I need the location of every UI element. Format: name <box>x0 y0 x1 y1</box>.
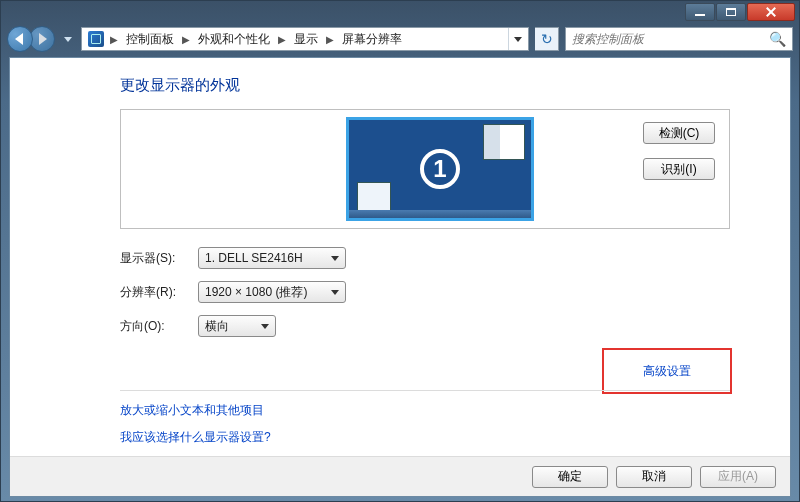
search-icon: 🔍 <box>769 31 786 47</box>
orientation-row: 方向(O): 横向 <box>120 315 730 337</box>
separator <box>120 390 730 391</box>
display-label: 显示器(S): <box>120 250 198 267</box>
breadcrumb-item-display[interactable]: 显示 <box>288 28 324 50</box>
page-inner: 更改显示器的外观 1 检测(C) 识别(I) 显示器(S): 1. DE <box>10 58 790 496</box>
monitor-preview[interactable]: 1 <box>346 117 534 221</box>
page-title: 更改显示器的外观 <box>120 76 730 95</box>
resolution-label: 分辨率(R): <box>120 284 198 301</box>
settings-form: 显示器(S): 1. DELL SE2416H 分辨率(R): 1920 × 1… <box>120 247 730 337</box>
dialog-footer: 确定 取消 应用(A) <box>10 456 790 496</box>
advanced-settings-link[interactable]: 高级设置 <box>643 363 691 380</box>
which-display-link[interactable]: 我应该选择什么显示器设置? <box>120 429 271 446</box>
minimize-icon <box>695 14 705 16</box>
chevron-down-icon <box>261 324 269 329</box>
text-size-link[interactable]: 放大或缩小文本和其他项目 <box>120 402 271 419</box>
resolution-row: 分辨率(R): 1920 × 1080 (推荐) <box>120 281 730 303</box>
display-dropdown[interactable]: 1. DELL SE2416H <box>198 247 346 269</box>
monitor-arrangement-box: 1 检测(C) 识别(I) <box>120 109 730 229</box>
cancel-button[interactable]: 取消 <box>616 466 692 488</box>
breadcrumb-sep-icon: ▶ <box>276 34 288 45</box>
window-frame: ▶ 控制面板 ▶ 外观和个性化 ▶ 显示 ▶ 屏幕分辨率 ↻ 🔍 更改显示器的外… <box>0 0 800 502</box>
bottom-links: 放大或缩小文本和其他项目 我应该选择什么显示器设置? <box>120 402 271 446</box>
minimize-button[interactable] <box>685 3 715 21</box>
orientation-label: 方向(O): <box>120 318 198 335</box>
address-bar-row: ▶ 控制面板 ▶ 外观和个性化 ▶ 显示 ▶ 屏幕分辨率 ↻ 🔍 <box>1 23 799 55</box>
display-value: 1. DELL SE2416H <box>205 251 303 265</box>
breadcrumb-item-control-panel[interactable]: 控制面板 <box>120 28 180 50</box>
chevron-down-icon <box>514 37 522 42</box>
breadcrumb-dropdown[interactable] <box>508 28 526 50</box>
breadcrumb-item-appearance[interactable]: 外观和个性化 <box>192 28 276 50</box>
resolution-dropdown[interactable]: 1920 × 1080 (推荐) <box>198 281 346 303</box>
maximize-button[interactable] <box>716 3 746 21</box>
refresh-button[interactable]: ↻ <box>535 27 559 51</box>
arrow-right-icon <box>39 33 47 45</box>
orientation-dropdown[interactable]: 横向 <box>198 315 276 337</box>
arrow-left-icon <box>15 33 23 45</box>
breadcrumb-item-resolution[interactable]: 屏幕分辨率 <box>336 28 408 50</box>
close-icon <box>765 6 777 18</box>
back-button[interactable] <box>7 26 33 52</box>
maximize-icon <box>726 8 736 16</box>
chevron-down-icon <box>64 37 72 42</box>
history-dropdown[interactable] <box>61 26 75 52</box>
monitor-side-buttons: 检测(C) 识别(I) <box>643 122 715 180</box>
orientation-value: 横向 <box>205 318 229 335</box>
monitor-number-badge: 1 <box>420 149 460 189</box>
breadcrumb[interactable]: ▶ 控制面板 ▶ 外观和个性化 ▶ 显示 ▶ 屏幕分辨率 <box>81 27 529 51</box>
apply-button[interactable]: 应用(A) <box>700 466 776 488</box>
chevron-down-icon <box>331 256 339 261</box>
refresh-icon: ↻ <box>541 31 553 47</box>
identify-button[interactable]: 识别(I) <box>643 158 715 180</box>
breadcrumb-sep-icon: ▶ <box>324 34 336 45</box>
nav-arrows <box>7 26 55 52</box>
preview-window-icon <box>357 182 391 212</box>
breadcrumb-sep-icon: ▶ <box>108 34 120 45</box>
display-row: 显示器(S): 1. DELL SE2416H <box>120 247 730 269</box>
control-panel-icon <box>88 31 104 47</box>
advanced-settings-highlight: 高级设置 <box>602 348 732 394</box>
preview-taskbar-icon <box>349 210 531 218</box>
detect-button[interactable]: 检测(C) <box>643 122 715 144</box>
search-input[interactable] <box>572 32 763 46</box>
chevron-down-icon <box>331 290 339 295</box>
search-box[interactable]: 🔍 <box>565 27 793 51</box>
close-button[interactable] <box>747 3 795 21</box>
content-pane: 更改显示器的外观 1 检测(C) 识别(I) 显示器(S): 1. DE <box>9 57 791 497</box>
titlebar <box>1 1 799 23</box>
breadcrumb-sep-icon: ▶ <box>180 34 192 45</box>
resolution-value: 1920 × 1080 (推荐) <box>205 284 307 301</box>
preview-window-icon <box>483 124 525 160</box>
ok-button[interactable]: 确定 <box>532 466 608 488</box>
